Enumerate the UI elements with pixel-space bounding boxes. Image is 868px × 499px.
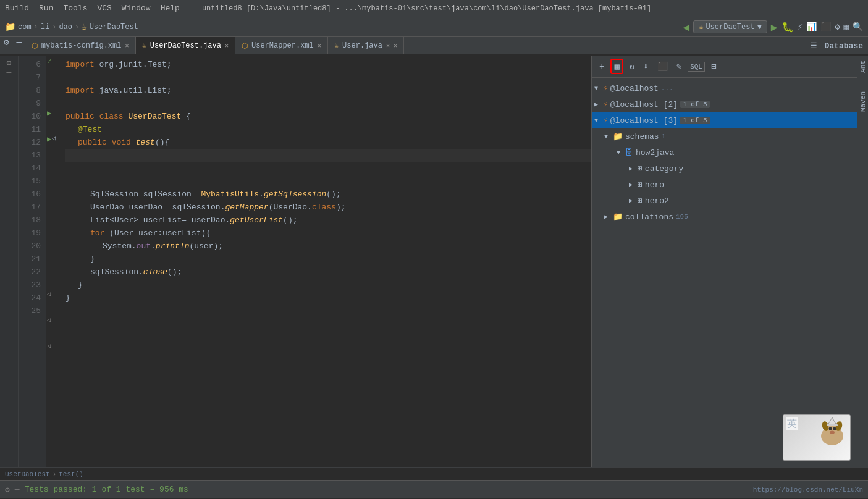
tab-mybatis-config[interactable]: ⬡ mybatis-config.xml ✕ (25, 37, 136, 54)
line-24: 24 (19, 291, 41, 304)
line-9: 9 (19, 97, 41, 110)
java-icon: ☕ (82, 22, 86, 32)
hide-panel[interactable]: — (12, 37, 25, 54)
left-icon-1[interactable]: ⚙ (7, 58, 12, 68)
tab-close-userdaotest[interactable]: ✕ (225, 42, 229, 49)
tab-close-mybatis[interactable]: ✕ (125, 42, 129, 49)
tab-list-button[interactable]: ☰ (810, 41, 817, 51)
db-conn-icon-2: ⚡ (603, 99, 608, 109)
nav-dao[interactable]: dao (59, 23, 72, 31)
code-line-25 (65, 304, 591, 317)
debug-button[interactable]: 🐛 (782, 21, 794, 33)
tree-badge-collations: 195 (676, 213, 688, 220)
tab-userdaotest[interactable]: ☕ UserDaoTest.java ✕ (136, 37, 235, 54)
tree-localhost-2[interactable]: ▶ ⚡ @localhost [2] 1 of 5 (592, 96, 857, 112)
menu-tools[interactable]: Tools (63, 4, 87, 13)
breadcrumb-class[interactable]: UserDaoTest (5, 471, 50, 478)
db-conn-icon-1: ⚡ (603, 83, 608, 93)
tree-category[interactable]: ▶ ⊞ category_ (592, 161, 857, 177)
code-line-11: @Test (65, 123, 591, 136)
code-line-23: } (65, 279, 591, 291)
back-icon[interactable]: ◀ (683, 20, 689, 34)
db-add-button[interactable]: + (597, 61, 607, 73)
nav-com[interactable]: com (18, 23, 32, 31)
run-button[interactable]: ▶ (771, 20, 778, 34)
code-editor[interactable]: import org.junit.Test; import java.util.… (61, 56, 591, 467)
tree-arrow-how2java: ▼ (617, 149, 625, 156)
tree-arrow-1: ▼ (594, 85, 603, 92)
left-icon-2[interactable]: — (7, 68, 12, 77)
menu-run[interactable]: Run (39, 4, 53, 13)
maven-tab[interactable]: Maven (859, 91, 867, 112)
line-11: 11 (19, 123, 41, 136)
line-23: 23 (19, 279, 41, 291)
tab-close-usermapper[interactable]: ✕ (318, 42, 321, 49)
status-text: Tests passed: 1 of 1 test – 956 ms (25, 485, 188, 494)
tab-usermapper[interactable]: ⬡ UserMapper.xml ✕ (235, 37, 328, 54)
line-7: 7 (19, 71, 41, 84)
tree-schemas[interactable]: ▼ 📁 schemas 1 (592, 128, 857, 145)
ant-tab[interactable]: Ant (859, 61, 867, 73)
tree-arrow-3: ▼ (594, 117, 603, 124)
tree-collations[interactable]: ▶ 📁 collations 195 (592, 209, 857, 225)
run-12[interactable]: ▶ (47, 135, 51, 144)
db-filter-button[interactable]: ⬇ (641, 60, 651, 73)
menu-window[interactable]: Window (122, 4, 151, 13)
table-icon-category: ⊞ (638, 164, 643, 174)
tree-arrow-hero2: ▶ (629, 197, 638, 204)
tree-label-1: @localhost (610, 84, 659, 93)
breadcrumb-method[interactable]: test() (59, 471, 83, 478)
code-line-20: System.out.println(user); (65, 240, 591, 253)
tree-hero2[interactable]: ▶ ⊞ hero2 (592, 193, 857, 209)
stop-button[interactable]: ⬛ (820, 22, 831, 32)
table-icon-hero2: ⊞ (638, 196, 643, 206)
tab-extras: ☰ Database (805, 37, 868, 54)
line-16: 16 (19, 188, 41, 201)
nav-bar: 📁 com › li › dao › ☕ UserDaoTest ◀ ☕ Use… (0, 17, 868, 37)
run-10[interactable]: ▶ (47, 109, 51, 118)
marker-21: ◁ (47, 316, 51, 324)
tab-close-user2[interactable]: ✕ (394, 42, 397, 49)
profile-button[interactable]: 📊 (806, 22, 817, 32)
tree-localhost-3[interactable]: ▼ ⚡ @localhost [3] 1 of 5 (592, 112, 857, 128)
db-refresh-button[interactable]: ↻ (627, 60, 637, 73)
nav-class[interactable]: UserDaoTest (90, 23, 138, 31)
menu-vcs[interactable]: VCS (97, 4, 111, 13)
bottom-icon-2[interactable]: — (15, 485, 20, 494)
tree-how2java[interactable]: ▼ 🗄 how2java (592, 145, 857, 161)
code-line-19: for (User user:userList){ (65, 227, 591, 240)
float-img-container: 英 (592, 417, 857, 467)
bottom-icon-1[interactable]: ⚙ (5, 485, 10, 495)
bottom-bar: ⚙ — Tests passed: 1 of 1 test – 956 ms h… (0, 480, 868, 498)
layout-button[interactable]: ▦ (844, 22, 849, 32)
breadcrumb-bar: UserDaoTest › test() (0, 467, 868, 480)
tree-arrow-2: ▶ (594, 101, 603, 108)
code-line-13[interactable] (65, 149, 591, 162)
settings-gear[interactable]: ⚙ (0, 37, 12, 54)
menu-build[interactable]: Build (5, 4, 29, 13)
coverage-button[interactable]: ⚡ (798, 22, 803, 32)
db-filter2-button[interactable]: ⊟ (709, 60, 718, 73)
search-button[interactable]: 🔍 (853, 22, 863, 32)
nav-li[interactable]: li (41, 23, 49, 31)
tab-close-user[interactable]: ✕ (386, 42, 390, 49)
settings-button[interactable]: ⚙ (835, 22, 840, 32)
db-sql-button[interactable]: SQL (688, 62, 705, 72)
code-line-10: public class UserDaoTest { (65, 110, 591, 123)
side-panel-tabs: Ant Maven (857, 56, 868, 467)
tree-localhost-1[interactable]: ▼ ⚡ @localhost ... (592, 80, 857, 96)
menu-help[interactable]: Help (161, 4, 180, 13)
folder-icon: 📁 (5, 22, 15, 32)
tree-hero[interactable]: ▶ ⊞ hero (592, 177, 857, 193)
svg-point-2 (829, 427, 832, 430)
tree-label-hero: hero (645, 180, 664, 190)
tab-user[interactable]: ☕ User.java ✕ ✕ (328, 37, 404, 54)
run-config-dropdown[interactable]: ☕ UserDaoTest ▼ (693, 20, 767, 33)
db-stop-button[interactable]: ⬛ (655, 60, 670, 73)
code-line-15 (65, 175, 591, 188)
tree-arrow-hero: ▶ (629, 181, 638, 188)
status-url[interactable]: https://blog.csdn.net/LiuXn (753, 486, 863, 493)
db-edit-button[interactable]: ✎ (674, 60, 684, 73)
table-icon-hero: ⊞ (638, 180, 643, 190)
db-table-button[interactable]: ▦ (610, 59, 623, 74)
